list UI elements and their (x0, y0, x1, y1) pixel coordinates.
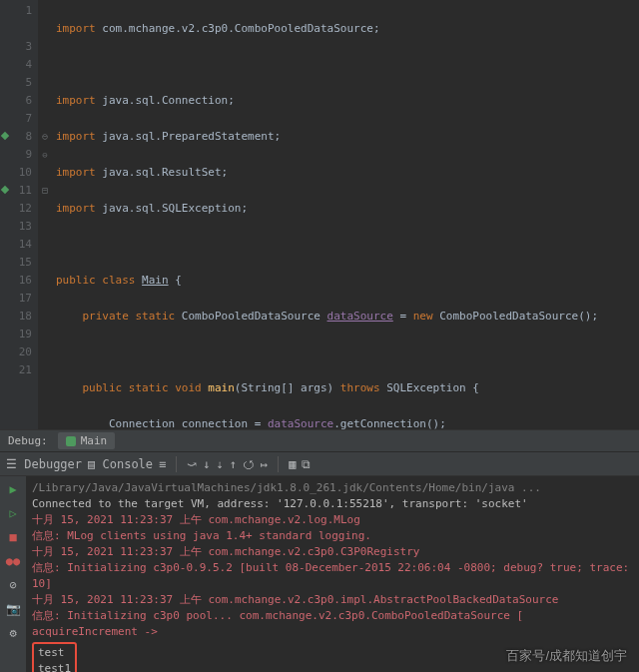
debug-tool-window-header: Debug: Main (0, 429, 639, 451)
evaluate-icon[interactable]: ▦ (289, 457, 296, 471)
get-thread-dump-icon[interactable]: 📷 (6, 602, 21, 616)
settings-icon[interactable]: ⚙ (9, 626, 16, 640)
trace-icon[interactable]: ⧉ (302, 457, 311, 471)
step-over-icon[interactable]: ⤻ (187, 457, 197, 471)
force-step-into-icon[interactable]: ⇣ (217, 457, 224, 471)
debug-label: Debug: (8, 434, 48, 447)
rerun-icon[interactable]: ▶ (9, 482, 16, 496)
console-line: 十月 15, 2021 11:23:37 上午 com.mchange.v2.c… (32, 544, 633, 560)
highlighted-output: test test1 (32, 642, 77, 672)
console-line: 信息: Initializing c3p0-0.9.5.2 [built 08-… (32, 560, 633, 592)
line-gutter: 1 3 4 5 6 7 8 9 10 11 12 13 14 15 16 17 … (0, 0, 38, 429)
tab-debugger[interactable]: ☰ Debugger (6, 457, 82, 471)
run-config-icon (66, 436, 76, 446)
stop-icon[interactable]: ■ (9, 530, 16, 544)
console-line: /Library/Java/JavaVirtualMachines/jdk1.8… (32, 480, 633, 496)
drop-frame-icon[interactable]: ⭯ (243, 457, 255, 471)
resume-icon[interactable]: ▷ (9, 506, 16, 520)
console-line: 十月 15, 2021 11:23:37 上午 com.mchange.v2.l… (32, 512, 633, 528)
console-line: 信息: Initializing c3p0 pool... com.mchang… (32, 608, 633, 640)
watermark-text: 百家号/成都知道创宇 (506, 648, 627, 664)
debug-toolbar: ☰ Debugger ▤ Console ≡ ⤻ ↓ ⇣ ↑ ⭯ ↦ ▦ ⧉ (0, 451, 639, 475)
console-line: Connected to the target VM, address: '12… (32, 496, 633, 512)
run-to-cursor-icon[interactable]: ↦ (261, 457, 268, 471)
mute-breakpoints-icon[interactable]: ⊘ (9, 578, 16, 592)
console-line: 信息: MLog clients using java 1.4+ standar… (32, 528, 633, 544)
code-editor[interactable]: 1 3 4 5 6 7 8 9 10 11 12 13 14 15 16 17 … (0, 0, 639, 429)
threads-icon[interactable]: ≡ (159, 457, 166, 471)
fold-column[interactable]: ⊖⊖ ⊟ (38, 0, 52, 429)
step-out-icon[interactable]: ↑ (230, 457, 237, 471)
step-into-icon[interactable]: ↓ (203, 457, 210, 471)
console-line: 十月 15, 2021 11:23:37 上午 com.mchange.v2.c… (32, 592, 633, 608)
console-output[interactable]: /Library/Java/JavaVirtualMachines/jdk1.8… (26, 476, 639, 672)
debug-side-toolbar: ▶ ▷ ■ ●● ⊘ 📷 ⚙ (0, 476, 26, 672)
debug-session-tab[interactable]: Main (58, 432, 116, 449)
breakpoints-icon[interactable]: ●● (6, 554, 20, 568)
code-content[interactable]: import com.mchange.v2.c3p0.ComboPooledDa… (52, 0, 639, 429)
tab-console[interactable]: ▤ Console (88, 457, 153, 471)
